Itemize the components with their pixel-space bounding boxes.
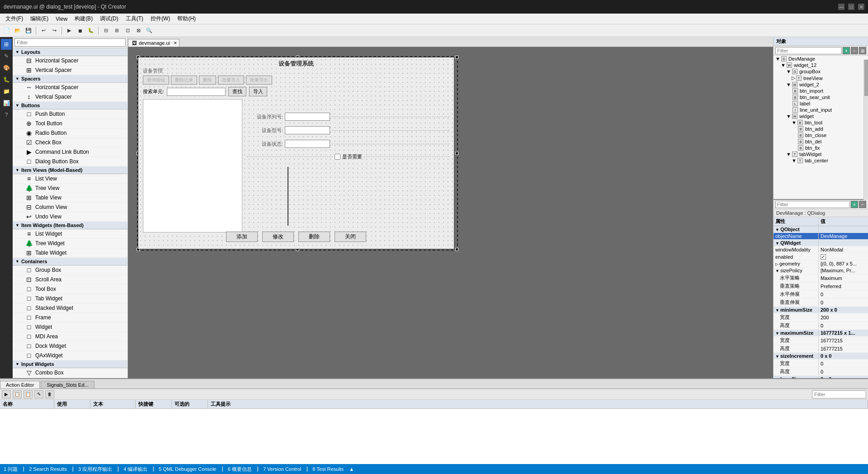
category-spacers[interactable]: ▼ Spacers [13, 75, 127, 83]
toolbar-open[interactable]: 📂 [13, 26, 23, 36]
widget-table-widget[interactable]: ⊞ Table Widget [13, 248, 127, 258]
enabled-checkbox[interactable] [821, 254, 826, 260]
props-maxheight[interactable]: 高度 16777215 [774, 345, 868, 353]
btn-del[interactable]: 删除 [199, 76, 216, 85]
widget-widget[interactable]: □ Widget [13, 322, 127, 332]
status-search[interactable]: 2 Search Results [29, 466, 67, 472]
scrollbar-thumb[interactable] [864, 60, 868, 96]
widget-tree-widget[interactable]: 🌲 Tree Widget [13, 239, 127, 248]
side-icon-edit[interactable]: ✎ [1, 51, 12, 62]
btn-batch-export[interactable]: 批量导出 [246, 76, 272, 85]
obj-widget12[interactable]: ▼ W widget_12 [774, 62, 868, 68]
action-del-btn[interactable]: 🗑 [45, 390, 54, 398]
action-paste-btn[interactable]: 📋 [24, 390, 33, 398]
obj-widget[interactable]: ▼ W widget [774, 113, 868, 119]
btn-query[interactable]: 查询按钮 [143, 76, 169, 85]
widget-dialog-btn-box[interactable]: □ Dialog Button Box [13, 157, 127, 166]
btn-batch-import[interactable]: 批量导入 [218, 76, 244, 85]
props-maxwidth[interactable]: 宽度 16777215 [774, 337, 868, 345]
props-sizeincheight[interactable]: 高度 0 [774, 368, 868, 376]
field-status-input[interactable] [285, 140, 330, 148]
props-cat-basesize[interactable]: ▼baseSize 0 x 0 [774, 376, 868, 378]
widget-undo-view[interactable]: ↩ Undo View [13, 212, 127, 222]
handle-mid-right[interactable] [455, 152, 458, 155]
minimize-btn[interactable]: — [838, 4, 844, 10]
obj-tree-scrollbar[interactable] [863, 60, 868, 200]
toolbar-align-center[interactable]: ⊞ [112, 26, 122, 36]
action-new-btn[interactable]: ▶ [2, 390, 11, 398]
status-qml-debug[interactable]: 5 QML Debugger Console [159, 466, 216, 472]
tree-view-area[interactable] [143, 99, 242, 232]
toolbar-grid[interactable]: ⊠ [133, 26, 143, 36]
obj-groupbox[interactable]: ▼ G groupBox [774, 68, 868, 75]
widget-group-box[interactable]: □ Group Box [13, 265, 127, 275]
status-compile[interactable]: 4 编译输出 [123, 466, 147, 473]
side-icon-welcome[interactable]: ⊞ [1, 39, 12, 50]
search-btn[interactable]: 查找 [228, 87, 246, 96]
props-geometry[interactable]: ▷geometry [(0, 0), 887 x 5... [774, 261, 868, 267]
widget-table-view[interactable]: ⊞ Table View [13, 193, 127, 203]
status-summary[interactable]: 6 概要信息 [228, 466, 252, 473]
obj-btn-add[interactable]: B btn_add [774, 126, 868, 132]
search-input[interactable] [167, 88, 226, 96]
widget-column-view[interactable]: ⊟ Column View [13, 203, 127, 212]
props-sizeincwidth[interactable]: 宽度 0 [774, 360, 868, 368]
obj-add-btn[interactable]: + [843, 47, 850, 54]
props-sizepolicy[interactable]: ▼sizePolicy [Maximum, Pr... [774, 267, 868, 274]
action-filter-input[interactable] [812, 390, 866, 398]
close-btn[interactable]: ✕ [858, 4, 864, 10]
widget-tree-view[interactable]: 🌲 Tree View [13, 184, 127, 193]
props-minwidth[interactable]: 宽度 200 [774, 313, 868, 322]
action-edit-btn[interactable]: ✎ [34, 390, 43, 398]
status-app-output[interactable]: 3 应用程序输出 [78, 466, 112, 473]
btn-close[interactable]: 关闭 [335, 232, 366, 242]
category-containers[interactable]: ▼ Containers [13, 258, 127, 265]
menu-edit[interactable]: 编辑(E) [27, 14, 52, 24]
props-horiz-stretch[interactable]: 水平伸展 0 [774, 290, 868, 299]
widget-radio-button[interactable]: ◉ Radio Button [13, 128, 127, 138]
toolbar-align-right[interactable]: ⊡ [123, 26, 132, 36]
props-cat-qobject[interactable]: ▼QObject [774, 226, 868, 233]
btn-add[interactable]: 添加 [226, 232, 258, 242]
btn-delete-record[interactable]: 删除记录 [171, 76, 197, 85]
obj-line-unit[interactable]: I line_unit_input [774, 107, 868, 113]
menu-debug[interactable]: 调试(D) [96, 14, 122, 24]
category-layouts[interactable]: ▼ Layouts [13, 48, 127, 56]
canvas-area[interactable]: 设备管理系统 设备管理 查询按钮 删除记录 删除 批量导入 批量导出 搜索单元:… [128, 47, 773, 378]
menu-widget[interactable]: 控件(W) [147, 14, 174, 24]
obj-btn-del[interactable]: B btn_del [774, 138, 868, 145]
status-vcs[interactable]: 7 Version Control [263, 466, 301, 472]
widget-mdi-area[interactable]: □ MDI Area [13, 332, 127, 341]
obj-btn-sear[interactable]: B btn_sear_unit [774, 94, 868, 100]
btn-delete[interactable]: 删除 [298, 232, 330, 242]
obj-minus-btn[interactable]: − [851, 47, 858, 54]
side-icon-analyze[interactable]: 📊 [1, 98, 12, 109]
obj-widget2[interactable]: ▼ W widget_2 [774, 81, 868, 88]
obj-btn-close[interactable]: B btn_close [774, 132, 868, 138]
widget-stacked-widget[interactable]: □ Stacked Widget [13, 303, 127, 313]
widget-horiz-spacer[interactable]: ↔ Horizontal Spacer [13, 83, 127, 92]
widget-filter-input[interactable] [14, 38, 126, 47]
props-cat-maxsize[interactable]: ▼maximumSize 16777215 x 1... [774, 330, 868, 337]
obj-tabwidget[interactable]: ▼ T tabWidget [774, 151, 868, 157]
menu-view[interactable]: View [52, 15, 71, 23]
props-filter-input[interactable] [775, 201, 850, 208]
obj-btn-import[interactable]: B btn_import [774, 88, 868, 94]
obj-btn-tool[interactable]: ▼ B btn_tool [774, 119, 868, 126]
props-minheight[interactable]: 高度 0 [774, 322, 868, 330]
widget-check-box[interactable]: ☑ Check Box [13, 138, 127, 147]
field-serial-input[interactable] [285, 113, 330, 121]
side-icon-project[interactable]: 📁 [1, 86, 12, 97]
handle-bottom-right[interactable] [455, 248, 458, 251]
side-icon-help[interactable]: ? [1, 109, 12, 120]
props-minus-btn[interactable]: − [859, 201, 866, 208]
widget-push-button[interactable]: □ Push Button [13, 109, 127, 119]
widget-horizontal-spacer[interactable]: ⊟ Horizontal Spacer [13, 56, 127, 66]
btn-modify[interactable]: 修改 [262, 232, 294, 242]
props-horiz-policy[interactable]: 水平策略 Maximum [774, 274, 868, 282]
toolbar-save[interactable]: 💾 [24, 26, 33, 36]
toolbar-zoom[interactable]: 🔍 [144, 26, 154, 36]
props-enabled[interactable]: enabled [774, 253, 868, 261]
toolbar-redo[interactable]: ↪ [49, 26, 59, 36]
widget-dock-widget[interactable]: □ Dock Widget [13, 341, 127, 351]
